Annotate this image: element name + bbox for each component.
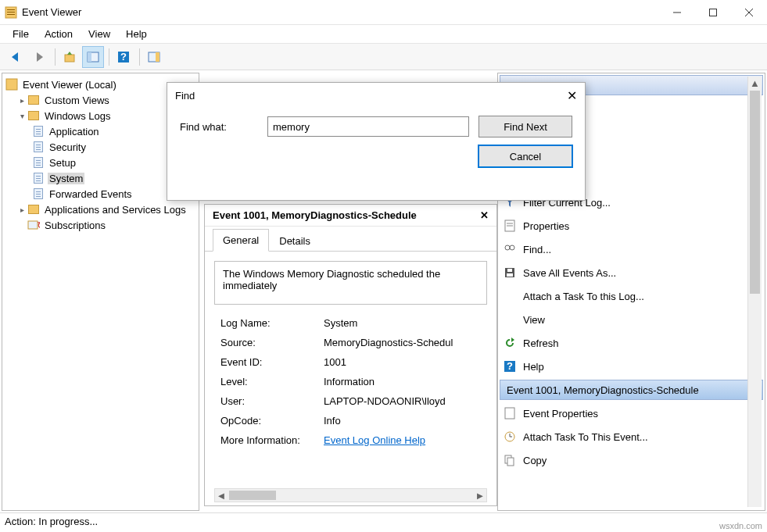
svg-point-25 — [505, 245, 510, 250]
action-pane-button[interactable] — [143, 46, 165, 68]
action-event-properties[interactable]: Event Properties — [498, 402, 765, 425]
menu-help[interactable]: Help — [120, 26, 153, 42]
action-label: Help — [523, 361, 544, 373]
back-button[interactable] — [5, 46, 27, 68]
find-dialog: Find ✕ Find what: Find Next Cancel — [167, 82, 586, 201]
minimize-button[interactable] — [659, 0, 695, 25]
collapse-icon[interactable]: ▾ — [16, 112, 27, 120]
tree-label: Custom Views — [43, 95, 111, 106]
folder-icon — [27, 109, 40, 122]
action-label: Properties — [523, 220, 569, 232]
tab-general[interactable]: General — [213, 229, 269, 252]
svg-rect-1 — [7, 9, 15, 10]
scrollbar-thumb[interactable] — [229, 491, 276, 500]
find-what-input[interactable] — [267, 116, 469, 137]
action-label: Copy — [523, 455, 547, 466]
action-copy[interactable]: Copy▶ — [498, 448, 765, 472]
log-icon — [32, 141, 45, 153]
prop-value: 1001 — [319, 353, 486, 371]
menu-file[interactable]: File — [6, 26, 35, 42]
action-attach-task-event[interactable]: Attach Task To This Event... — [498, 425, 765, 448]
status-text: Action: In progress... — [5, 516, 98, 527]
svg-marker-8 — [12, 52, 18, 62]
tree-label: Subscriptions — [43, 220, 107, 231]
title-bar: Event Viewer — [0, 0, 767, 25]
prop-label: Level: — [216, 373, 317, 391]
attach-task-event-icon — [503, 430, 517, 444]
dialog-title: Find — [175, 90, 195, 102]
expand-icon[interactable]: ▸ — [16, 96, 27, 105]
tree-label: Setup — [48, 157, 77, 169]
close-button[interactable] — [731, 0, 767, 25]
action-label: Save All Events As... — [523, 267, 616, 279]
action-help[interactable]: ?Help▶ — [498, 355, 765, 378]
action-view[interactable]: View▶ — [498, 308, 765, 331]
menu-view[interactable]: View — [82, 26, 116, 42]
find-next-button[interactable]: Find Next — [478, 116, 572, 137]
horizontal-scrollbar[interactable]: ◄ ► — [214, 488, 487, 502]
view-icon — [503, 312, 517, 327]
action-label: Attach a Task To this Log... — [523, 291, 644, 302]
action-properties[interactable]: Properties — [498, 214, 765, 237]
event-log-help-link[interactable]: Event Log Online Help — [324, 434, 425, 446]
svg-text:?: ? — [507, 360, 513, 372]
actions-sub-header-label: Event 1001, MemoryDiagnostics-Schedule — [507, 384, 699, 396]
svg-rect-29 — [507, 273, 513, 277]
action-find[interactable]: Find... — [498, 237, 765, 261]
show-hide-tree-button[interactable] — [82, 46, 104, 68]
menu-action[interactable]: Action — [38, 26, 79, 42]
tab-details[interactable]: Details — [269, 230, 321, 252]
close-icon[interactable]: ✕ — [567, 88, 577, 103]
action-label: Find... — [523, 244, 551, 255]
action-attach-task-log[interactable]: Attach a Task To this Log... — [498, 284, 765, 308]
vertical-scrollbar[interactable]: ▲ — [747, 77, 762, 507]
scrollbar-thumb[interactable] — [750, 91, 760, 294]
maximize-button[interactable] — [695, 0, 731, 25]
event-detail-header: Event 1001, MemoryDiagnostics-Schedule ✕ — [205, 205, 496, 227]
svg-rect-3 — [7, 14, 15, 15]
prop-value: System — [319, 314, 486, 332]
svg-rect-34 — [505, 408, 514, 419]
svg-rect-17 — [156, 52, 159, 62]
separator — [55, 48, 56, 66]
tree-subscriptions[interactable]: ↻ Subscriptions — [4, 217, 197, 233]
event-header-title: Event 1001, MemoryDiagnostics-Schedule — [213, 209, 417, 221]
prop-label: OpCode: — [216, 412, 317, 430]
event-properties-icon — [503, 406, 517, 420]
actions-sub-header[interactable]: Event 1001, MemoryDiagnostics-Schedule▲ — [500, 380, 763, 400]
close-icon[interactable]: ✕ — [480, 209, 489, 221]
svg-rect-10 — [65, 55, 74, 62]
help-button[interactable]: ? — [113, 46, 134, 68]
action-save-all[interactable]: Save All Events As... — [498, 261, 765, 284]
action-refresh[interactable]: Refresh — [498, 331, 765, 355]
actions-sub-list: Event Properties Attach Task To This Eve… — [498, 402, 765, 472]
separator — [139, 48, 140, 66]
window-title: Event Viewer — [22, 6, 659, 18]
action-label: Event Properties — [523, 408, 598, 420]
properties-icon — [503, 219, 517, 233]
tree-label: Windows Logs — [43, 110, 113, 122]
scroll-right-icon[interactable]: ► — [474, 490, 486, 502]
expand-icon[interactable]: ▸ — [16, 205, 27, 214]
forward-button[interactable] — [28, 46, 50, 68]
tree-app-services-logs[interactable]: ▸ Applications and Services Logs — [4, 202, 197, 217]
prop-value: MemoryDiagnostics-Schedul — [319, 334, 486, 352]
dialog-title-bar[interactable]: Find ✕ — [167, 83, 585, 108]
up-button[interactable] — [59, 46, 81, 68]
svg-rect-30 — [507, 269, 512, 272]
prop-label: More Information: — [216, 431, 317, 449]
action-label: Attach Task To This Event... — [523, 431, 648, 443]
find-what-label: Find what: — [180, 121, 258, 133]
scroll-up-icon[interactable]: ▲ — [748, 77, 762, 89]
svg-rect-13 — [88, 52, 91, 62]
event-body: The Windows Memory Diagnostic scheduled … — [205, 252, 496, 505]
cancel-button[interactable]: Cancel — [478, 145, 572, 167]
status-bar: Action: In progress... — [0, 512, 767, 530]
event-viewer-icon — [5, 78, 18, 91]
log-icon — [32, 156, 45, 169]
button-label: Find Next — [504, 121, 547, 133]
prop-value: Information — [319, 373, 486, 391]
watermark: wsxdn.com — [719, 521, 762, 530]
svg-text:↻: ↻ — [37, 220, 40, 230]
scroll-left-icon[interactable]: ◄ — [215, 490, 228, 502]
